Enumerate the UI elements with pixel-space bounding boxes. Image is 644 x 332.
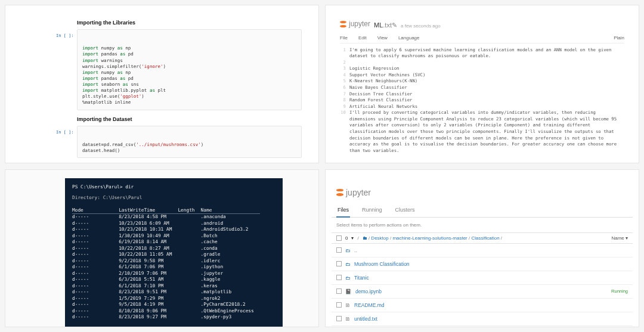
file-name: ..: [354, 247, 357, 253]
file-row: 🗀..: [332, 244, 633, 257]
line-number: 2: [340, 60, 349, 66]
line-number: 8: [340, 97, 349, 104]
notebook-panel: Importing the Libraries In [ ]: import n…: [5, 5, 319, 163]
terminal-col-header: [95, 207, 119, 214]
line-number: 6: [340, 85, 349, 91]
fb-tabs: Files Running Clusters: [332, 204, 633, 218]
jupyter-icon: [336, 189, 343, 196]
menu-view[interactable]: View: [377, 35, 388, 41]
file-name[interactable]: README.md: [354, 302, 385, 308]
file-name[interactable]: Mushroom Classification: [354, 261, 410, 267]
terminal-row: d-----10/23/2018 6:09 AM.android: [72, 221, 260, 227]
notebook-running-icon: 📓: [345, 288, 352, 294]
breadcrumb-classification[interactable]: Classification: [471, 235, 499, 241]
file-row: 🗎untitled.txt: [332, 312, 633, 326]
line-text: K-Nearest Neighbours(K-NN): [349, 78, 417, 85]
breadcrumb-separator: /: [500, 235, 502, 241]
fb-breadcrumb-bar: 0 ▾ / 🖿 / Desktop / machine-Learning-sol…: [332, 232, 633, 244]
line-number: 10: [340, 110, 349, 154]
editor-header: jupyter ML.txt✎ a few seconds ago: [340, 20, 624, 29]
file-browser-panel: jupyter Files Running Clusters Select it…: [325, 169, 639, 328]
menu-language[interactable]: Language: [398, 35, 420, 41]
select-count: 0: [345, 235, 348, 241]
terminal-row: d-----10/23/2018 10:31 AM.AndroidStudio3…: [72, 226, 260, 233]
row-checkbox[interactable]: [336, 261, 342, 266]
editor-line: 4Support Vector Machines (SVC): [340, 72, 624, 79]
terminal-col-header: Length: [178, 207, 200, 214]
edit-icon: ✎: [392, 21, 397, 29]
editor-line: 2: [340, 60, 624, 66]
terminal-col-header: LastWriteTime: [119, 207, 178, 214]
terminal-row: d-----1/5/2019 7:29 PM.ngrok2: [72, 296, 260, 302]
row-checkbox[interactable]: [336, 247, 342, 253]
editor-filename[interactable]: ML.txt✎: [374, 21, 397, 29]
terminal-prompt: PS C:\Users\Parul> dir: [72, 184, 275, 191]
menu-file[interactable]: File: [340, 35, 348, 41]
terminal[interactable]: PS C:\Users\Parul> dir Directory: C:\Use…: [65, 178, 283, 327]
file-name[interactable]: untitled.txt: [354, 316, 377, 322]
file-row: 🗎README.md: [332, 299, 633, 312]
code-cell[interactable]: In [ ]: import numpy as np import pandas…: [77, 29, 302, 110]
file-name[interactable]: demo.ipynb: [355, 288, 382, 294]
tab-running[interactable]: Running: [361, 204, 383, 217]
terminal-row: d-----10/22/2018 11:05 AM.gradle: [72, 252, 260, 258]
code-cell[interactable]: In [ ]: dataset=pd.read_csv('../input/mu…: [77, 126, 302, 159]
folder-icon: 🗀: [345, 261, 351, 267]
terminal-row: d-----6/1/2018 7:10 PM.keras: [72, 283, 260, 290]
terminal-row: d-----1/30/2019 10:49 AM.Botch: [72, 233, 260, 240]
editor-menu: File Edit View Language Plain: [340, 32, 624, 44]
menu-mode[interactable]: Plain: [614, 35, 624, 41]
select-all-checkbox[interactable]: [336, 235, 342, 241]
file-icon: 🗎: [345, 316, 351, 322]
editor-line: 7Decision Tree Classifier: [340, 91, 624, 98]
select-dropdown-icon[interactable]: ▾: [351, 235, 354, 241]
row-checkbox[interactable]: [336, 288, 342, 294]
notebook-body: Importing the Libraries In [ ]: import n…: [5, 5, 318, 163]
editor-body[interactable]: 1I'm going to apply 6 supervised machine…: [340, 47, 624, 154]
file-name[interactable]: Titanic: [354, 275, 369, 281]
jupyter-logo: jupyter: [340, 20, 370, 28]
file-row: 🗀Titanic: [332, 271, 633, 285]
editor-line: 5K-Nearest Neighbours(K-NN): [340, 78, 624, 85]
menu-edit[interactable]: Edit: [358, 35, 367, 41]
editor-line: 6Naive Bayes Classifier: [340, 85, 624, 91]
row-checkbox[interactable]: [336, 316, 342, 321]
line-text: I'll proceed by converting categorical v…: [349, 110, 624, 154]
line-number: 7: [340, 91, 349, 98]
line-number: 3: [340, 66, 349, 72]
line-text: Support Vector Machines (SVC): [349, 72, 425, 79]
editor-line: 9Artificial Neural Networks: [340, 104, 624, 110]
chevron-down-icon: ▾: [626, 235, 628, 241]
row-checkbox[interactable]: [336, 302, 342, 308]
terminal-listing: ModeLastWriteTimeLengthNamed-----8/23/20…: [72, 207, 260, 321]
folder-icon: 🗀: [345, 247, 351, 253]
line-number: 5: [340, 78, 349, 85]
text-editor-panel: jupyter ML.txt✎ a few seconds ago File E…: [325, 5, 639, 163]
line-text: Decision Tree Classifier: [349, 91, 412, 98]
tab-files[interactable]: Files: [336, 204, 350, 218]
folder-icon: 🗀: [345, 275, 351, 281]
fb-hint: Select items to perform actions on them.: [332, 218, 633, 232]
editor-line: 3Logistic Regression: [340, 66, 624, 72]
sort-toggle[interactable]: Name ▾: [611, 235, 628, 241]
terminal-row: d-----8/10/2018 9:06 PM.QtWebEngineProce…: [72, 308, 260, 315]
row-checkbox[interactable]: [336, 275, 342, 280]
editor-line: 1I'm going to apply 6 supervised machine…: [340, 47, 624, 60]
jupyter-logo: jupyter: [332, 188, 633, 197]
folder-icon[interactable]: 🖿: [363, 235, 367, 241]
line-number: 9: [340, 104, 349, 110]
terminal-row: d-----8/23/2018 4:58 PM.anaconda: [72, 214, 260, 221]
breadcrumb-desktop[interactable]: Desktop: [371, 235, 388, 241]
file-icon: 🗎: [345, 302, 351, 308]
file-row: 🗀Mushroom Classification: [332, 257, 633, 271]
editor-line: 8Random Forest Classifier: [340, 97, 624, 104]
file-row: 📓demo.ipynbRunning: [332, 285, 633, 299]
terminal-col-header: Mode: [72, 207, 95, 214]
terminal-dir-line: Directory: C:\Users\Parul: [72, 195, 275, 201]
tab-clusters[interactable]: Clusters: [394, 204, 416, 217]
breadcrumb-repo[interactable]: machine-Learning-solutions-master: [392, 235, 467, 241]
terminal-col-header: Name: [201, 207, 260, 214]
editor-line: 10I'll proceed by converting categorical…: [340, 110, 624, 154]
line-number: 1: [340, 47, 349, 60]
line-number: 4: [340, 72, 349, 79]
